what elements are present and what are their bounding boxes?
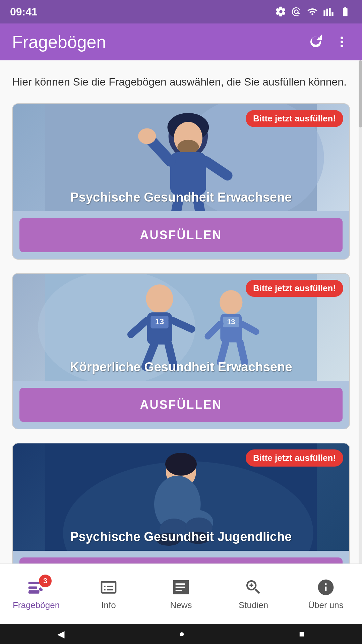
card-1-badge: Bitte jetzt ausfüllen! — [246, 110, 343, 127]
svg-line-27 — [240, 342, 245, 363]
card-1-image: Bitte jetzt ausfüllen! Psychische Gesund… — [13, 104, 349, 211]
svg-point-22 — [220, 290, 242, 315]
card-körperliche-erwachsene: 13 13 Bitte jetzt ausfüllen! — [12, 273, 350, 429]
nav-label-studien: Studien — [239, 600, 268, 610]
nav-label-über-uns: Über uns — [308, 600, 344, 610]
svg-rect-42 — [28, 591, 40, 593]
card-2-title: Körperliche Gesundheit Erwachsene — [13, 360, 349, 374]
nav-label-news: News — [170, 600, 192, 610]
nav-uber-uns-icon-wrap — [316, 578, 335, 597]
nav-item-news[interactable]: News — [145, 578, 217, 610]
at-icon — [291, 6, 302, 17]
app-bar-actions — [308, 34, 350, 50]
svg-point-8 — [138, 128, 156, 144]
nav-item-über-uns[interactable]: Über uns — [290, 578, 362, 610]
card-1-title: Psychische Gesundheit Erwachsene — [13, 190, 349, 205]
nav-item-fragebögen[interactable]: 3 Fragebögen — [0, 578, 72, 610]
nav-item-studien[interactable]: Studien — [217, 578, 290, 610]
back-button[interactable]: ◀ — [57, 629, 65, 640]
svg-rect-6 — [170, 152, 206, 195]
battery-icon — [339, 6, 352, 17]
card-2-ausfüllen-button[interactable]: AUSFÜLLEN — [19, 388, 343, 422]
status-bar: 09:41 — [0, 0, 362, 23]
card-psychische-erwachsene: Bitte jetzt ausfüllen! Psychische Gesund… — [12, 103, 350, 260]
nav-fragebogen-icon-wrap: 3 — [27, 578, 46, 597]
wifi-icon — [306, 6, 318, 17]
more-options-icon[interactable] — [334, 34, 350, 50]
studien-icon — [244, 578, 263, 597]
card-3-ausfüllen-button[interactable]: AUSFÜLLEN — [19, 557, 343, 564]
app-title: Fragebögen — [12, 32, 106, 52]
refresh-icon[interactable] — [308, 34, 324, 50]
status-icons — [276, 6, 352, 17]
card-3-title: Psychische Gesundheit Jugendliche — [13, 530, 349, 544]
svg-point-33 — [165, 453, 197, 476]
nav-info-icon-wrap — [99, 578, 118, 597]
card-3-badge: Bitte jetzt ausfüllen! — [246, 449, 343, 467]
svg-point-14 — [146, 284, 173, 313]
main-content: Hier können Sie die Fragebögen auswählen… — [0, 60, 362, 564]
recent-button[interactable]: ■ — [299, 629, 305, 639]
svg-text:13: 13 — [155, 317, 164, 326]
gear-icon — [276, 6, 286, 17]
svg-point-5 — [177, 140, 199, 154]
svg-rect-41 — [28, 586, 37, 589]
nav-label-fragebögen: Fragebögen — [13, 600, 60, 610]
nav-studien-icon-wrap — [244, 578, 263, 597]
page-description: Hier können Sie die Fragebögen auswählen… — [12, 74, 350, 90]
card-2-badge: Bitte jetzt ausfüllen! — [246, 280, 343, 297]
uber-uns-icon — [316, 578, 335, 597]
nav-news-icon-wrap — [172, 578, 190, 597]
card-1-ausfüllen-button[interactable]: AUSFÜLLEN — [19, 218, 343, 252]
card-2-image: 13 13 Bitte jetzt ausfüllen! — [13, 274, 349, 381]
svg-text:13: 13 — [227, 318, 235, 326]
nav-label-info: Info — [101, 600, 116, 610]
nav-item-info[interactable]: Info — [72, 578, 145, 610]
svg-rect-45 — [251, 583, 252, 587]
signal-icon — [323, 6, 334, 17]
fragebogen-badge-count: 3 — [39, 575, 52, 587]
system-nav-bar: ◀ ● ■ — [0, 624, 362, 644]
card-psychische-jugendliche: Bitte jetzt ausfüllen! Psychische Gesund… — [12, 443, 350, 564]
bottom-nav: 3 Fragebögen Info News Studien — [0, 564, 362, 624]
svg-rect-40 — [28, 582, 40, 584]
app-bar: Fragebögen — [0, 23, 362, 60]
info-icon — [99, 578, 118, 597]
news-icon — [172, 578, 190, 597]
card-3-image: Bitte jetzt ausfüllen! Psychische Gesund… — [13, 443, 349, 551]
home-button[interactable]: ● — [179, 629, 185, 639]
status-time: 09:41 — [10, 6, 38, 18]
